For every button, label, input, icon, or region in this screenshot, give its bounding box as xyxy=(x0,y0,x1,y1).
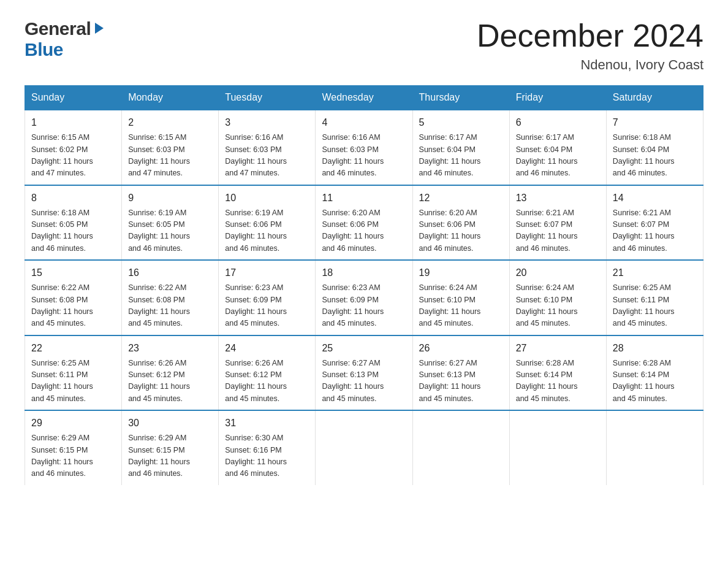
day-info: Sunrise: 6:21 AMSunset: 6:07 PMDaylight:… xyxy=(613,207,697,255)
day-info: Sunrise: 6:15 AMSunset: 6:02 PMDaylight:… xyxy=(31,132,115,180)
day-info: Sunrise: 6:29 AMSunset: 6:15 PMDaylight:… xyxy=(128,432,212,480)
day-info: Sunrise: 6:22 AMSunset: 6:08 PMDaylight:… xyxy=(31,282,115,330)
calendar-cell: 31Sunrise: 6:30 AMSunset: 6:16 PMDayligh… xyxy=(219,410,316,485)
calendar-cell: 21Sunrise: 6:25 AMSunset: 6:11 PMDayligh… xyxy=(606,260,703,335)
location: Ndenou, Ivory Coast xyxy=(477,57,703,73)
calendar-cell: 22Sunrise: 6:25 AMSunset: 6:11 PMDayligh… xyxy=(25,335,122,411)
col-header-thursday: Thursday xyxy=(412,86,509,110)
day-number: 1 xyxy=(31,115,115,130)
day-info: Sunrise: 6:25 AMSunset: 6:11 PMDaylight:… xyxy=(613,282,697,330)
logo-arrow-icon xyxy=(93,21,106,37)
day-info: Sunrise: 6:18 AMSunset: 6:04 PMDaylight:… xyxy=(613,132,697,180)
calendar-cell: 13Sunrise: 6:21 AMSunset: 6:07 PMDayligh… xyxy=(509,185,606,261)
day-number: 20 xyxy=(516,266,600,280)
day-info: Sunrise: 6:29 AMSunset: 6:15 PMDaylight:… xyxy=(31,432,115,480)
calendar-cell: 6Sunrise: 6:17 AMSunset: 6:04 PMDaylight… xyxy=(509,110,606,185)
calendar-cell: 3Sunrise: 6:16 AMSunset: 6:03 PMDaylight… xyxy=(219,110,316,185)
day-number: 26 xyxy=(419,341,503,356)
calendar-cell xyxy=(412,410,509,485)
day-info: Sunrise: 6:30 AMSunset: 6:16 PMDaylight:… xyxy=(225,432,309,480)
calendar-cell: 19Sunrise: 6:24 AMSunset: 6:10 PMDayligh… xyxy=(412,260,509,335)
svg-marker-0 xyxy=(95,23,104,34)
logo: General Blue xyxy=(25,18,106,60)
day-number: 10 xyxy=(225,191,309,205)
calendar-cell: 14Sunrise: 6:21 AMSunset: 6:07 PMDayligh… xyxy=(606,185,703,261)
day-number: 22 xyxy=(31,341,115,356)
day-info: Sunrise: 6:25 AMSunset: 6:11 PMDaylight:… xyxy=(31,358,115,405)
day-info: Sunrise: 6:26 AMSunset: 6:12 PMDaylight:… xyxy=(128,358,212,405)
title-section: December 2024 Ndenou, Ivory Coast xyxy=(477,18,703,73)
calendar-cell xyxy=(509,410,606,485)
calendar-cell: 10Sunrise: 6:19 AMSunset: 6:06 PMDayligh… xyxy=(219,185,316,261)
day-number: 4 xyxy=(322,115,406,130)
calendar-cell xyxy=(316,410,412,485)
day-number: 21 xyxy=(613,266,697,280)
calendar-cell: 7Sunrise: 6:18 AMSunset: 6:04 PMDaylight… xyxy=(606,110,703,185)
day-number: 29 xyxy=(31,416,115,431)
calendar-cell: 2Sunrise: 6:15 AMSunset: 6:03 PMDaylight… xyxy=(122,110,219,185)
calendar-cell: 24Sunrise: 6:26 AMSunset: 6:12 PMDayligh… xyxy=(219,335,316,411)
calendar-cell: 18Sunrise: 6:23 AMSunset: 6:09 PMDayligh… xyxy=(316,260,412,335)
calendar-cell: 26Sunrise: 6:27 AMSunset: 6:13 PMDayligh… xyxy=(412,335,509,411)
calendar-cell: 23Sunrise: 6:26 AMSunset: 6:12 PMDayligh… xyxy=(122,335,219,411)
day-number: 15 xyxy=(31,266,115,280)
day-number: 12 xyxy=(419,191,503,205)
day-number: 2 xyxy=(128,115,212,130)
calendar-cell: 20Sunrise: 6:24 AMSunset: 6:10 PMDayligh… xyxy=(509,260,606,335)
calendar-cell xyxy=(606,410,703,485)
day-info: Sunrise: 6:16 AMSunset: 6:03 PMDaylight:… xyxy=(322,132,406,180)
day-info: Sunrise: 6:19 AMSunset: 6:06 PMDaylight:… xyxy=(225,207,309,255)
day-info: Sunrise: 6:23 AMSunset: 6:09 PMDaylight:… xyxy=(322,282,406,330)
calendar-cell: 25Sunrise: 6:27 AMSunset: 6:13 PMDayligh… xyxy=(316,335,412,411)
day-info: Sunrise: 6:23 AMSunset: 6:09 PMDaylight:… xyxy=(225,282,309,330)
day-info: Sunrise: 6:28 AMSunset: 6:14 PMDaylight:… xyxy=(516,358,600,405)
day-info: Sunrise: 6:20 AMSunset: 6:06 PMDaylight:… xyxy=(322,207,406,255)
day-number: 7 xyxy=(613,115,697,130)
day-info: Sunrise: 6:19 AMSunset: 6:05 PMDaylight:… xyxy=(128,207,212,255)
day-number: 3 xyxy=(225,115,309,130)
calendar-cell: 17Sunrise: 6:23 AMSunset: 6:09 PMDayligh… xyxy=(219,260,316,335)
calendar-cell: 5Sunrise: 6:17 AMSunset: 6:04 PMDaylight… xyxy=(412,110,509,185)
day-number: 24 xyxy=(225,341,309,356)
page-header: General Blue December 2024 Ndenou, Ivory… xyxy=(25,18,703,73)
day-number: 9 xyxy=(128,191,212,205)
day-number: 28 xyxy=(613,341,697,356)
day-info: Sunrise: 6:26 AMSunset: 6:12 PMDaylight:… xyxy=(225,358,309,405)
day-info: Sunrise: 6:22 AMSunset: 6:08 PMDaylight:… xyxy=(128,282,212,330)
day-number: 13 xyxy=(516,191,600,205)
day-number: 5 xyxy=(419,115,503,130)
day-info: Sunrise: 6:24 AMSunset: 6:10 PMDaylight:… xyxy=(419,282,503,330)
day-number: 27 xyxy=(516,341,600,356)
calendar-cell: 12Sunrise: 6:20 AMSunset: 6:06 PMDayligh… xyxy=(412,185,509,261)
calendar-cell: 8Sunrise: 6:18 AMSunset: 6:05 PMDaylight… xyxy=(25,185,122,261)
day-number: 14 xyxy=(613,191,697,205)
day-info: Sunrise: 6:20 AMSunset: 6:06 PMDaylight:… xyxy=(419,207,503,255)
day-info: Sunrise: 6:18 AMSunset: 6:05 PMDaylight:… xyxy=(31,207,115,255)
day-info: Sunrise: 6:24 AMSunset: 6:10 PMDaylight:… xyxy=(516,282,600,330)
day-number: 30 xyxy=(128,416,212,431)
day-info: Sunrise: 6:27 AMSunset: 6:13 PMDaylight:… xyxy=(419,358,503,405)
day-number: 31 xyxy=(225,416,309,431)
day-number: 25 xyxy=(322,341,406,356)
calendar-table: SundayMondayTuesdayWednesdayThursdayFrid… xyxy=(25,85,703,485)
calendar-cell: 28Sunrise: 6:28 AMSunset: 6:14 PMDayligh… xyxy=(606,335,703,411)
calendar-cell: 30Sunrise: 6:29 AMSunset: 6:15 PMDayligh… xyxy=(122,410,219,485)
day-info: Sunrise: 6:17 AMSunset: 6:04 PMDaylight:… xyxy=(516,132,600,180)
day-number: 11 xyxy=(322,191,406,205)
day-number: 18 xyxy=(322,266,406,280)
calendar-cell: 29Sunrise: 6:29 AMSunset: 6:15 PMDayligh… xyxy=(25,410,122,485)
day-number: 23 xyxy=(128,341,212,356)
col-header-friday: Friday xyxy=(509,86,606,110)
day-number: 17 xyxy=(225,266,309,280)
day-info: Sunrise: 6:21 AMSunset: 6:07 PMDaylight:… xyxy=(516,207,600,255)
col-header-saturday: Saturday xyxy=(606,86,703,110)
col-header-sunday: Sunday xyxy=(25,86,122,110)
calendar-cell: 11Sunrise: 6:20 AMSunset: 6:06 PMDayligh… xyxy=(316,185,412,261)
logo-general: General xyxy=(25,18,91,39)
day-info: Sunrise: 6:28 AMSunset: 6:14 PMDaylight:… xyxy=(613,358,697,405)
calendar-cell: 9Sunrise: 6:19 AMSunset: 6:05 PMDaylight… xyxy=(122,185,219,261)
day-number: 8 xyxy=(31,191,115,205)
day-number: 19 xyxy=(419,266,503,280)
calendar-cell: 16Sunrise: 6:22 AMSunset: 6:08 PMDayligh… xyxy=(122,260,219,335)
day-number: 6 xyxy=(516,115,600,130)
